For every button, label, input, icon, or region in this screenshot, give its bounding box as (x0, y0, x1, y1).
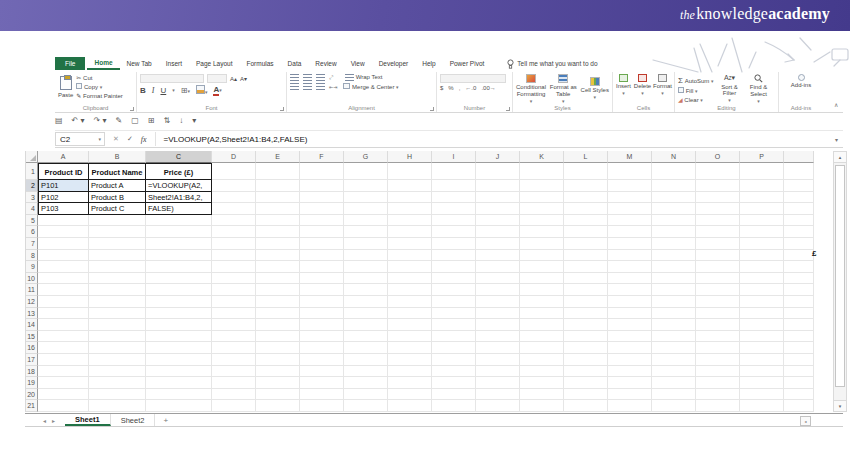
column-header-L[interactable]: L (564, 151, 608, 163)
cell-J19[interactable] (476, 377, 520, 389)
cell-D21[interactable] (212, 400, 256, 412)
cell-H16[interactable] (388, 342, 432, 354)
cell-F2[interactable] (300, 180, 344, 192)
cell-J8[interactable] (476, 250, 520, 262)
cell-J10[interactable] (476, 273, 520, 285)
more-commands-icon[interactable]: ▾ (192, 116, 196, 125)
cell-J18[interactable] (476, 366, 520, 378)
cell-B11[interactable] (89, 284, 146, 296)
tab-view[interactable]: View (344, 58, 372, 69)
row-header-5[interactable]: 5 (26, 215, 38, 227)
cell-B1[interactable]: Product Name (89, 163, 146, 180)
cell-M13[interactable] (608, 308, 652, 320)
cell-C6[interactable] (146, 226, 212, 238)
cell-A9[interactable] (38, 261, 89, 273)
cell-P15[interactable] (740, 331, 784, 343)
cell-M3[interactable] (608, 192, 652, 204)
cell-G14[interactable] (344, 319, 388, 331)
cell-N12[interactable] (652, 296, 696, 308)
cell-G4[interactable] (344, 203, 388, 215)
cell-F3[interactable] (300, 192, 344, 204)
cell-L4[interactable] (564, 203, 608, 215)
cell-M10[interactable] (608, 273, 652, 285)
cell-L19[interactable] (564, 377, 608, 389)
cell-H5[interactable] (388, 215, 432, 227)
cell-N4[interactable] (652, 203, 696, 215)
cell-E20[interactable] (256, 389, 300, 401)
undo-icon[interactable]: ↶ ▾ (72, 116, 85, 125)
row-header-12[interactable]: 12 (26, 296, 38, 308)
cell-N20[interactable] (652, 389, 696, 401)
cell-I13[interactable] (432, 308, 476, 320)
align-middle-icon[interactable] (303, 74, 312, 81)
cell-I20[interactable] (432, 389, 476, 401)
cell-E21[interactable] (256, 400, 300, 412)
align-bottom-icon[interactable] (316, 74, 325, 81)
paste-button[interactable]: Paste (58, 75, 73, 98)
cell-E12[interactable] (256, 296, 300, 308)
cell-L20[interactable] (564, 389, 608, 401)
cell-K5[interactable] (520, 215, 564, 227)
cell-M5[interactable] (608, 215, 652, 227)
cell-P8[interactable] (740, 250, 784, 262)
cell-E11[interactable] (256, 284, 300, 296)
select-all-button[interactable] (26, 151, 38, 163)
cell-partial-18[interactable] (784, 366, 814, 378)
cell-O12[interactable] (696, 296, 740, 308)
cell-H2[interactable] (388, 180, 432, 192)
cell-partial-21[interactable] (784, 400, 814, 412)
row-header-20[interactable]: 20 (26, 389, 38, 401)
cell-D6[interactable] (212, 226, 256, 238)
cell-K21[interactable] (520, 400, 564, 412)
vertical-scrollbar-thumb[interactable] (835, 165, 845, 387)
cell-N1[interactable] (652, 163, 696, 180)
cell-L6[interactable] (564, 226, 608, 238)
tab-review[interactable]: Review (308, 58, 343, 69)
sort-ascending-icon[interactable]: ⇅ (163, 116, 170, 125)
cell-G15[interactable] (344, 331, 388, 343)
cell-partial-19[interactable] (784, 377, 814, 389)
cell-J7[interactable] (476, 238, 520, 250)
cell-partial-3[interactable] (784, 192, 814, 204)
cell-N9[interactable] (652, 261, 696, 273)
cell-I5[interactable] (432, 215, 476, 227)
cell-O14[interactable] (696, 319, 740, 331)
cell-partial-14[interactable] (784, 319, 814, 331)
name-box[interactable]: C2▾ (55, 132, 105, 146)
column-header-I[interactable]: I (432, 151, 476, 163)
row-header-9[interactable]: 9 (26, 261, 38, 273)
insert-function-icon[interactable]: fx (141, 135, 147, 144)
cell-H10[interactable] (388, 273, 432, 285)
cell-O9[interactable] (696, 261, 740, 273)
cell-P13[interactable] (740, 308, 784, 320)
formula-bar-expand-icon[interactable]: ▾ (835, 136, 843, 143)
cell-L8[interactable] (564, 250, 608, 262)
cell-H9[interactable] (388, 261, 432, 273)
cell-F8[interactable] (300, 250, 344, 262)
cell-G11[interactable] (344, 284, 388, 296)
cell-F16[interactable] (300, 342, 344, 354)
cell-E19[interactable] (256, 377, 300, 389)
cell-G17[interactable] (344, 354, 388, 366)
cell-I12[interactable] (432, 296, 476, 308)
cell-H19[interactable] (388, 377, 432, 389)
cell-E17[interactable] (256, 354, 300, 366)
cell-E15[interactable] (256, 331, 300, 343)
column-header-O[interactable]: O (696, 151, 740, 163)
cell-D16[interactable] (212, 342, 256, 354)
cell-E6[interactable] (256, 226, 300, 238)
cell-G18[interactable] (344, 366, 388, 378)
cell-D4[interactable] (212, 203, 256, 215)
cell-M21[interactable] (608, 400, 652, 412)
format-as-table-button[interactable]: Format as Table▾ (549, 74, 577, 105)
cell-O15[interactable] (696, 331, 740, 343)
indent-icon[interactable]: ⇤⇥ (329, 84, 337, 90)
tell-me-box[interactable]: Tell me what you want to do (507, 59, 597, 69)
cell-B4[interactable]: Product C (89, 203, 146, 215)
cell-D12[interactable] (212, 296, 256, 308)
comma-style-icon[interactable]: , (459, 85, 461, 91)
cell-B6[interactable] (89, 226, 146, 238)
format-painter-icon[interactable]: ✎ (115, 116, 122, 125)
row-header-14[interactable]: 14 (26, 319, 38, 331)
cell-J14[interactable] (476, 319, 520, 331)
